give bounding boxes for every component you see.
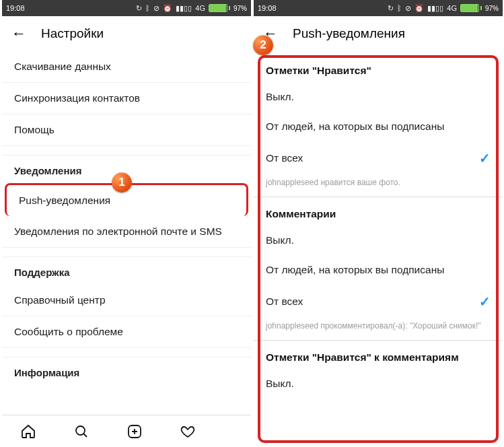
add-post-icon[interactable] [127,423,143,440]
bluetooth-icon: ᛒ [145,4,150,12]
status-time: 19:08 [258,4,277,12]
home-icon[interactable] [20,423,36,440]
comments-example: johnappleseed прокомментировал(-а): "Хор… [254,318,503,341]
option-label: От всех [266,152,303,164]
item-help-center[interactable]: Справочный центр [2,285,251,316]
spacer [2,348,251,357]
status-bar: 19:08 ↻ ᛒ ⊘ ⏰ ▮▮▯▯ 4G 97% [2,0,251,16]
status-icons: ↻ ᛒ ⊘ ⏰ ▮▮▯▯ 4G 97% [136,4,247,13]
battery-percent: 97% [485,5,499,12]
sync-icon: ↻ [136,4,142,13]
group-comment-likes-title: Отметки "Нравится" к комментариям [254,341,503,369]
item-report-problem[interactable]: Сообщить о проблеме [2,316,251,348]
sync-icon: ↻ [388,4,394,13]
option-label: От всех [266,296,303,308]
section-info: Информация [2,357,251,385]
spacer [2,248,251,257]
comments-option-everyone[interactable]: От всех ✓ [254,285,503,318]
item-sync-contacts[interactable]: Синхронизация контактов [2,83,251,114]
search-icon[interactable] [73,423,89,440]
status-icons: ↻ ᛒ ⊘ ⏰ ▮▮▯▯ 4G 97% [388,4,499,13]
do-not-disturb-icon: ⊘ [405,4,411,13]
battery-icon [209,4,230,12]
page-title: Настройки [41,26,104,41]
option-label: Выкл. [266,378,294,390]
likes-option-following[interactable]: От людей, на которых вы подписаны [254,112,503,141]
check-icon: ✓ [479,294,491,310]
item-email-sms[interactable]: Уведомления по электронной почте и SMS [2,216,251,248]
header: ← Push-уведомления [254,16,503,51]
check-icon: ✓ [479,150,491,166]
status-bar: 19:08 ↻ ᛒ ⊘ ⏰ ▮▮▯▯ 4G 97% [254,0,503,16]
back-icon[interactable]: ← [11,26,26,41]
option-label: Выкл. [266,234,294,246]
header: ← Настройки [2,16,251,51]
phone-left-settings: 19:08 ↻ ᛒ ⊘ ⏰ ▮▮▯▯ 4G 97% ← Настройки Ск… [2,0,251,447]
comments-option-following[interactable]: От людей, на которых вы подписаны [254,255,503,285]
annotation-badge-2: 2 [253,35,273,55]
battery-icon [460,4,482,12]
item-download-data[interactable]: Скачивание данных [2,51,251,83]
do-not-disturb-icon: ⊘ [153,4,159,13]
bottom-nav [2,415,251,447]
spacer [2,146,251,156]
signal-icon: ▮▮▯▯ [176,4,192,13]
group-comments-title: Комментарии [254,197,503,226]
svg-point-0 [76,426,85,435]
network-type: 4G [447,4,457,12]
status-time: 19:08 [6,4,25,12]
alarm-icon: ⏰ [163,4,172,13]
option-label: От людей, на которых вы подписаны [266,121,444,133]
bluetooth-icon: ᛒ [397,4,402,12]
phone-right-push: 19:08 ↻ ᛒ ⊘ ⏰ ▮▮▯▯ 4G 97% ← Push-уведомл… [254,0,503,447]
likes-option-everyone[interactable]: От всех ✓ [254,141,503,175]
comments-option-off[interactable]: Выкл. [254,226,503,255]
likes-example: johnappleseed нравится ваше фото. [254,175,503,197]
settings-list: Скачивание данных Синхронизация контакто… [2,51,251,385]
signal-icon: ▮▮▯▯ [427,4,443,13]
likes-option-off[interactable]: Выкл. [254,82,503,112]
activity-icon[interactable] [180,423,196,440]
push-settings-body: Отметки "Нравится" Выкл. От людей, на ко… [254,51,503,399]
comment-likes-option-off[interactable]: Выкл. [254,369,503,399]
network-type: 4G [195,4,205,12]
option-label: От людей, на которых вы подписаны [266,264,444,276]
alarm-icon: ⏰ [415,4,424,13]
section-support: Поддержка [2,257,251,285]
group-likes-title: Отметки "Нравится" [254,54,503,82]
annotation-badge-1: 1 [112,172,132,193]
page-title: Push-уведомления [293,26,405,41]
item-help[interactable]: Помощь [2,114,251,146]
battery-percent: 97% [233,5,247,12]
option-label: Выкл. [266,91,294,103]
